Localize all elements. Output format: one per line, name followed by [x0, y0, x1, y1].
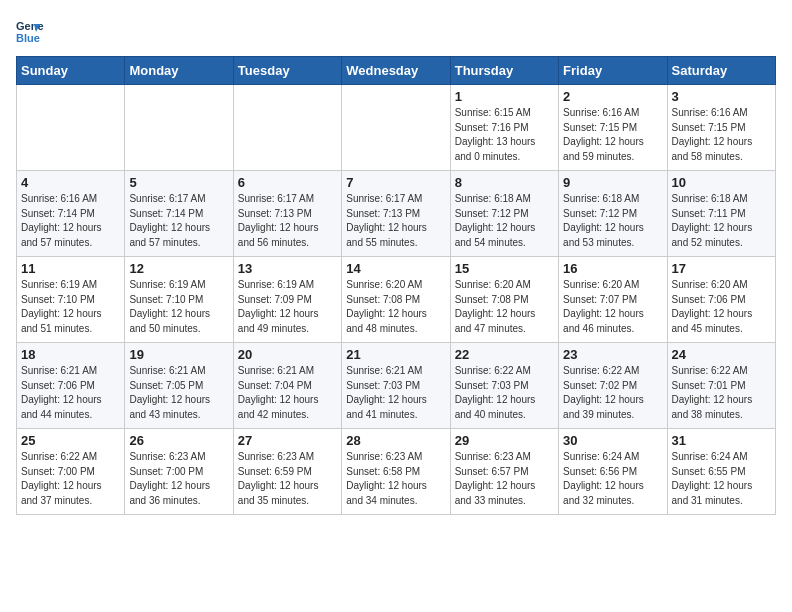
- calendar-cell: 25Sunrise: 6:22 AM Sunset: 7:00 PM Dayli…: [17, 429, 125, 515]
- day-number: 27: [238, 433, 337, 448]
- calendar-week-row: 4Sunrise: 6:16 AM Sunset: 7:14 PM Daylig…: [17, 171, 776, 257]
- day-number: 29: [455, 433, 554, 448]
- day-info: Sunrise: 6:19 AM Sunset: 7:10 PM Dayligh…: [129, 278, 228, 336]
- calendar-cell: 27Sunrise: 6:23 AM Sunset: 6:59 PM Dayli…: [233, 429, 341, 515]
- day-number: 5: [129, 175, 228, 190]
- day-number: 1: [455, 89, 554, 104]
- day-info: Sunrise: 6:18 AM Sunset: 7:11 PM Dayligh…: [672, 192, 771, 250]
- day-info: Sunrise: 6:22 AM Sunset: 7:03 PM Dayligh…: [455, 364, 554, 422]
- day-info: Sunrise: 6:17 AM Sunset: 7:14 PM Dayligh…: [129, 192, 228, 250]
- calendar-cell: 9Sunrise: 6:18 AM Sunset: 7:12 PM Daylig…: [559, 171, 667, 257]
- day-info: Sunrise: 6:15 AM Sunset: 7:16 PM Dayligh…: [455, 106, 554, 164]
- day-info: Sunrise: 6:20 AM Sunset: 7:08 PM Dayligh…: [455, 278, 554, 336]
- page-header: General Blue: [16, 16, 776, 44]
- calendar-cell: 30Sunrise: 6:24 AM Sunset: 6:56 PM Dayli…: [559, 429, 667, 515]
- day-number: 15: [455, 261, 554, 276]
- header-day: Saturday: [667, 57, 775, 85]
- calendar-cell: [342, 85, 450, 171]
- calendar-cell: 12Sunrise: 6:19 AM Sunset: 7:10 PM Dayli…: [125, 257, 233, 343]
- day-info: Sunrise: 6:17 AM Sunset: 7:13 PM Dayligh…: [346, 192, 445, 250]
- day-number: 26: [129, 433, 228, 448]
- calendar-cell: 28Sunrise: 6:23 AM Sunset: 6:58 PM Dayli…: [342, 429, 450, 515]
- day-info: Sunrise: 6:23 AM Sunset: 7:00 PM Dayligh…: [129, 450, 228, 508]
- day-number: 24: [672, 347, 771, 362]
- calendar-cell: 1Sunrise: 6:15 AM Sunset: 7:16 PM Daylig…: [450, 85, 558, 171]
- day-number: 21: [346, 347, 445, 362]
- day-info: Sunrise: 6:21 AM Sunset: 7:03 PM Dayligh…: [346, 364, 445, 422]
- calendar-header: SundayMondayTuesdayWednesdayThursdayFrid…: [17, 57, 776, 85]
- day-number: 16: [563, 261, 662, 276]
- day-info: Sunrise: 6:21 AM Sunset: 7:04 PM Dayligh…: [238, 364, 337, 422]
- calendar-table: SundayMondayTuesdayWednesdayThursdayFrid…: [16, 56, 776, 515]
- calendar-cell: 23Sunrise: 6:22 AM Sunset: 7:02 PM Dayli…: [559, 343, 667, 429]
- day-info: Sunrise: 6:16 AM Sunset: 7:15 PM Dayligh…: [672, 106, 771, 164]
- day-number: 8: [455, 175, 554, 190]
- day-info: Sunrise: 6:23 AM Sunset: 6:59 PM Dayligh…: [238, 450, 337, 508]
- day-number: 22: [455, 347, 554, 362]
- day-info: Sunrise: 6:17 AM Sunset: 7:13 PM Dayligh…: [238, 192, 337, 250]
- calendar-cell: 14Sunrise: 6:20 AM Sunset: 7:08 PM Dayli…: [342, 257, 450, 343]
- day-info: Sunrise: 6:22 AM Sunset: 7:02 PM Dayligh…: [563, 364, 662, 422]
- day-number: 30: [563, 433, 662, 448]
- header-day: Monday: [125, 57, 233, 85]
- calendar-cell: [125, 85, 233, 171]
- header-day: Tuesday: [233, 57, 341, 85]
- calendar-cell: 5Sunrise: 6:17 AM Sunset: 7:14 PM Daylig…: [125, 171, 233, 257]
- calendar-cell: 22Sunrise: 6:22 AM Sunset: 7:03 PM Dayli…: [450, 343, 558, 429]
- day-number: 20: [238, 347, 337, 362]
- header-day: Wednesday: [342, 57, 450, 85]
- calendar-week-row: 11Sunrise: 6:19 AM Sunset: 7:10 PM Dayli…: [17, 257, 776, 343]
- svg-text:Blue: Blue: [16, 32, 40, 44]
- day-info: Sunrise: 6:18 AM Sunset: 7:12 PM Dayligh…: [455, 192, 554, 250]
- day-number: 2: [563, 89, 662, 104]
- calendar-week-row: 18Sunrise: 6:21 AM Sunset: 7:06 PM Dayli…: [17, 343, 776, 429]
- day-number: 9: [563, 175, 662, 190]
- svg-text:General: General: [16, 20, 44, 32]
- header-day: Thursday: [450, 57, 558, 85]
- calendar-cell: 16Sunrise: 6:20 AM Sunset: 7:07 PM Dayli…: [559, 257, 667, 343]
- calendar-week-row: 25Sunrise: 6:22 AM Sunset: 7:00 PM Dayli…: [17, 429, 776, 515]
- calendar-cell: 21Sunrise: 6:21 AM Sunset: 7:03 PM Dayli…: [342, 343, 450, 429]
- day-info: Sunrise: 6:21 AM Sunset: 7:05 PM Dayligh…: [129, 364, 228, 422]
- logo-icon: General Blue: [16, 16, 44, 44]
- day-number: 18: [21, 347, 120, 362]
- calendar-week-row: 1Sunrise: 6:15 AM Sunset: 7:16 PM Daylig…: [17, 85, 776, 171]
- calendar-cell: 11Sunrise: 6:19 AM Sunset: 7:10 PM Dayli…: [17, 257, 125, 343]
- day-number: 14: [346, 261, 445, 276]
- logo: General Blue: [16, 16, 48, 44]
- calendar-cell: 15Sunrise: 6:20 AM Sunset: 7:08 PM Dayli…: [450, 257, 558, 343]
- calendar-cell: 4Sunrise: 6:16 AM Sunset: 7:14 PM Daylig…: [17, 171, 125, 257]
- day-info: Sunrise: 6:20 AM Sunset: 7:06 PM Dayligh…: [672, 278, 771, 336]
- day-number: 12: [129, 261, 228, 276]
- day-number: 13: [238, 261, 337, 276]
- day-number: 25: [21, 433, 120, 448]
- calendar-cell: 20Sunrise: 6:21 AM Sunset: 7:04 PM Dayli…: [233, 343, 341, 429]
- day-number: 17: [672, 261, 771, 276]
- calendar-body: 1Sunrise: 6:15 AM Sunset: 7:16 PM Daylig…: [17, 85, 776, 515]
- day-info: Sunrise: 6:24 AM Sunset: 6:55 PM Dayligh…: [672, 450, 771, 508]
- calendar-cell: 26Sunrise: 6:23 AM Sunset: 7:00 PM Dayli…: [125, 429, 233, 515]
- day-info: Sunrise: 6:19 AM Sunset: 7:10 PM Dayligh…: [21, 278, 120, 336]
- header-row: SundayMondayTuesdayWednesdayThursdayFrid…: [17, 57, 776, 85]
- day-number: 7: [346, 175, 445, 190]
- calendar-cell: 29Sunrise: 6:23 AM Sunset: 6:57 PM Dayli…: [450, 429, 558, 515]
- day-info: Sunrise: 6:16 AM Sunset: 7:15 PM Dayligh…: [563, 106, 662, 164]
- day-info: Sunrise: 6:18 AM Sunset: 7:12 PM Dayligh…: [563, 192, 662, 250]
- day-info: Sunrise: 6:16 AM Sunset: 7:14 PM Dayligh…: [21, 192, 120, 250]
- calendar-cell: [17, 85, 125, 171]
- calendar-cell: [233, 85, 341, 171]
- day-info: Sunrise: 6:23 AM Sunset: 6:58 PM Dayligh…: [346, 450, 445, 508]
- day-info: Sunrise: 6:21 AM Sunset: 7:06 PM Dayligh…: [21, 364, 120, 422]
- day-info: Sunrise: 6:24 AM Sunset: 6:56 PM Dayligh…: [563, 450, 662, 508]
- day-number: 3: [672, 89, 771, 104]
- day-number: 28: [346, 433, 445, 448]
- day-number: 23: [563, 347, 662, 362]
- calendar-cell: 2Sunrise: 6:16 AM Sunset: 7:15 PM Daylig…: [559, 85, 667, 171]
- calendar-cell: 17Sunrise: 6:20 AM Sunset: 7:06 PM Dayli…: [667, 257, 775, 343]
- day-number: 19: [129, 347, 228, 362]
- day-number: 4: [21, 175, 120, 190]
- calendar-cell: 3Sunrise: 6:16 AM Sunset: 7:15 PM Daylig…: [667, 85, 775, 171]
- day-info: Sunrise: 6:20 AM Sunset: 7:07 PM Dayligh…: [563, 278, 662, 336]
- calendar-cell: 8Sunrise: 6:18 AM Sunset: 7:12 PM Daylig…: [450, 171, 558, 257]
- calendar-cell: 31Sunrise: 6:24 AM Sunset: 6:55 PM Dayli…: [667, 429, 775, 515]
